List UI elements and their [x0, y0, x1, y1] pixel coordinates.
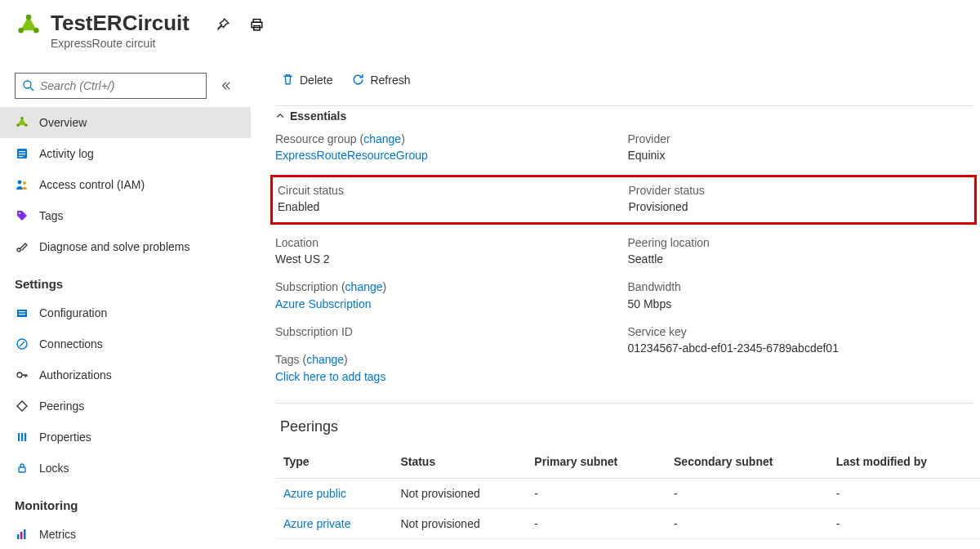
svg-point-17: [19, 212, 20, 213]
delete-icon: [280, 73, 295, 87]
properties-icon: [15, 430, 29, 444]
nav-label: Authorizations: [39, 368, 112, 382]
nav-label: Tags: [39, 209, 64, 222]
field-provider: Provider Equinix: [628, 131, 981, 164]
nav-item-configuration[interactable]: Configuration: [0, 297, 251, 328]
table-row[interactable]: Azure private Not provisioned - - -: [275, 508, 980, 538]
nav-label: Diagnose and solve problems: [39, 240, 189, 253]
nav-item-overview[interactable]: Overview: [0, 107, 251, 138]
sidebar: Overview Activity log Access control (IA…: [0, 61, 251, 549]
main-content: Delete Refresh Essentials Resource group…: [251, 61, 980, 549]
page-subtitle: ExpressRoute circuit: [51, 37, 189, 50]
field-peering-location: Peering location Seattle: [628, 234, 981, 268]
refresh-label: Refresh: [370, 74, 410, 87]
delete-button[interactable]: Delete: [280, 73, 332, 87]
nav-item-properties[interactable]: Properties: [0, 422, 251, 453]
svg-rect-4: [252, 22, 262, 27]
nav-item-connections[interactable]: Connections: [0, 328, 251, 359]
nav-item-peerings[interactable]: Peerings: [0, 391, 251, 422]
svg-point-1: [18, 28, 24, 33]
svg-rect-13: [19, 154, 25, 154]
refresh-button[interactable]: Refresh: [350, 73, 410, 87]
delete-label: Delete: [300, 74, 332, 87]
add-tags-link[interactable]: Click here to add tags: [275, 368, 628, 385]
nav-item-tags[interactable]: Tags: [0, 200, 251, 231]
nav-label: Configuration: [39, 306, 107, 319]
print-button[interactable]: [248, 16, 265, 33]
nav-label: Access control (IAM): [39, 178, 145, 191]
svg-line-7: [30, 87, 33, 91]
col-type[interactable]: Type: [275, 447, 394, 479]
svg-point-15: [18, 180, 22, 184]
resource-group-link[interactable]: ExpressRouteResourceGroup: [275, 147, 628, 163]
peerings-icon: [15, 399, 29, 413]
change-tags-link[interactable]: change: [306, 353, 344, 366]
essentials-grid: Resource group (change) ExpressRouteReso…: [275, 131, 980, 176]
tags-icon: [15, 208, 29, 223]
nav-label: Peerings: [39, 399, 84, 413]
nav-item-metrics[interactable]: Metrics: [0, 519, 251, 549]
pin-button[interactable]: [214, 16, 230, 33]
nav-item-authorizations[interactable]: Authorizations: [0, 359, 251, 391]
subscription-link[interactable]: Azure Subscription: [275, 296, 628, 312]
col-secondary[interactable]: Secondary subnet: [667, 447, 830, 479]
col-status[interactable]: Status: [394, 447, 528, 479]
nav-label: Activity log: [39, 147, 94, 160]
svg-point-8: [20, 117, 23, 119]
svg-rect-12: [19, 151, 25, 152]
change-subscription-link[interactable]: change: [345, 280, 383, 293]
nav-label: Properties: [39, 431, 91, 444]
peerings-title: Peerings: [275, 404, 980, 447]
peering-type-link[interactable]: Azure private: [283, 517, 350, 530]
svg-rect-14: [19, 156, 23, 157]
svg-rect-19: [17, 310, 27, 317]
connections-icon: [15, 337, 29, 351]
svg-point-23: [17, 373, 22, 377]
search-box[interactable]: [15, 73, 207, 99]
col-modified[interactable]: Last modified by: [830, 447, 980, 479]
authorizations-icon: [15, 368, 29, 382]
field-location: Location West US 2: [275, 234, 628, 268]
activity-log-icon: [15, 146, 29, 161]
svg-point-10: [24, 123, 27, 126]
metrics-icon: [15, 527, 29, 542]
chevron-up-icon: [275, 111, 285, 121]
field-subscription-id: Subscription ID: [275, 324, 628, 340]
svg-point-0: [26, 15, 32, 20]
svg-rect-29: [20, 532, 23, 539]
field-resource-group: Resource group (change) ExpressRouteReso…: [275, 131, 628, 164]
svg-rect-26: [24, 433, 26, 441]
peerings-table: Type Status Primary subnet Secondary sub…: [275, 447, 980, 549]
nav-item-diagnose[interactable]: Diagnose and solve problems: [0, 231, 251, 262]
table-row[interactable]: Azure public Not provisioned - - -: [275, 478, 980, 508]
nav-item-activity-log[interactable]: Activity log: [0, 138, 251, 169]
field-tags: Tags (change) Click here to add tags: [275, 351, 628, 385]
configuration-icon: [15, 306, 29, 320]
change-resource-group-link[interactable]: change: [363, 132, 401, 145]
essentials-title: Essentials: [290, 109, 346, 123]
nav-section-settings: Settings: [0, 262, 251, 297]
refresh-icon: [350, 73, 365, 87]
toolbar: Delete Refresh: [275, 61, 980, 99]
access-control-icon: [15, 177, 29, 192]
nav-label: Locks: [39, 462, 69, 475]
collapse-sidebar-button[interactable]: [216, 80, 236, 92]
field-circuit-status: Circuit status Enabled: [278, 182, 624, 216]
svg-point-6: [24, 81, 31, 88]
nav-label: Connections: [39, 337, 103, 350]
table-row[interactable]: Microsoft Not provisioned - - -: [275, 538, 980, 549]
svg-point-18: [17, 248, 20, 252]
expressroute-icon: [15, 115, 29, 130]
nav-item-access-control[interactable]: Access control (IAM): [0, 169, 251, 200]
peering-type-link[interactable]: Azure public: [283, 487, 346, 500]
col-primary[interactable]: Primary subnet: [528, 447, 667, 479]
nav: Overview Activity log Access control (IA…: [0, 107, 251, 549]
field-provider-status: Provider status Provisioned: [629, 182, 975, 216]
expressroute-icon: [15, 11, 42, 39]
field-subscription: Subscription (change) Azure Subscription: [275, 279, 628, 312]
search-input[interactable]: [40, 79, 199, 92]
essentials-toggle[interactable]: Essentials: [275, 106, 980, 131]
status-highlight: Circuit status Enabled Provider status P…: [270, 175, 977, 225]
svg-point-2: [33, 28, 39, 33]
nav-item-locks[interactable]: Locks: [0, 453, 251, 484]
